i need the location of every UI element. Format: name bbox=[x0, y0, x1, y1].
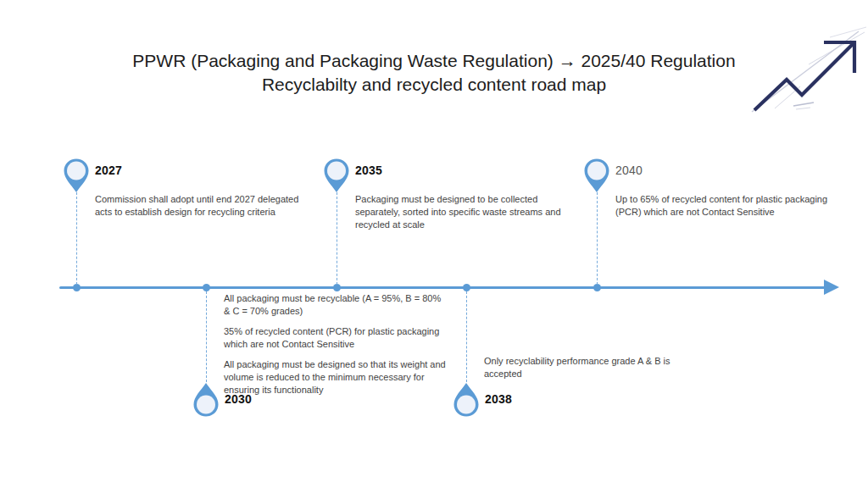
milestone-year-2040: 2040 bbox=[615, 164, 643, 177]
timeline-dot-2027 bbox=[73, 284, 81, 291]
map-pin-icon bbox=[583, 158, 610, 193]
growth-trend-icon bbox=[749, 24, 868, 117]
milestone-year-2038: 2038 bbox=[485, 392, 512, 406]
timeline-dot-2038 bbox=[463, 284, 470, 291]
timeline-dot-2030 bbox=[203, 284, 210, 291]
map-pin-icon bbox=[192, 382, 220, 418]
map-pin-icon bbox=[323, 158, 350, 193]
connector-line-2030 bbox=[206, 291, 207, 382]
milestone-text: All packaging must be designed so that i… bbox=[224, 358, 448, 396]
milestone-year-2035: 2035 bbox=[355, 164, 382, 177]
timeline-arrowhead-icon bbox=[824, 280, 839, 295]
milestone-description-2040: Up to 65% of recycled content for plasti… bbox=[615, 193, 837, 219]
milestone-text: Packaging must be designed to be collect… bbox=[355, 193, 574, 231]
milestone-text: 35% of recycled content (PCR) for plasti… bbox=[224, 325, 448, 351]
connector-line-2038 bbox=[466, 291, 467, 382]
slide-title-line-2: Recyclabilty and recycled content road m… bbox=[0, 73, 868, 97]
milestone-description-2030: All packaging must be recyclable (A = 95… bbox=[224, 292, 448, 396]
map-pin-icon bbox=[63, 158, 90, 193]
timeline-axis bbox=[59, 286, 826, 289]
map-pin-icon bbox=[453, 382, 480, 418]
connector-line-2040 bbox=[597, 192, 598, 285]
slide-canvas: PPWR (Packaging and Packaging Waste Regu… bbox=[0, 0, 868, 488]
milestone-description-2035: Packaging must be designed to be collect… bbox=[355, 193, 574, 231]
timeline-dot-2040 bbox=[593, 284, 601, 291]
milestone-description-2027: Commission shall adopt until end 2027 de… bbox=[95, 193, 309, 219]
milestone-text: All packaging must be recyclable (A = 95… bbox=[224, 292, 448, 318]
slide-title: PPWR (Packaging and Packaging Waste Regu… bbox=[0, 49, 868, 97]
connector-line-2027 bbox=[76, 192, 77, 285]
milestone-text: Up to 65% of recycled content for plasti… bbox=[615, 193, 837, 219]
milestone-text: Commission shall adopt until end 2027 de… bbox=[95, 193, 309, 219]
slide-title-line-1: PPWR (Packaging and Packaging Waste Regu… bbox=[0, 49, 868, 73]
milestone-year-2030: 2030 bbox=[225, 392, 252, 406]
timeline-dot-2035 bbox=[333, 284, 341, 291]
connector-line-2035 bbox=[337, 192, 337, 285]
milestone-year-2027: 2027 bbox=[95, 164, 122, 177]
milestone-description-2038: Only recyclability performance grade A &… bbox=[484, 355, 684, 380]
milestone-text: Only recyclability performance grade A &… bbox=[484, 355, 684, 380]
